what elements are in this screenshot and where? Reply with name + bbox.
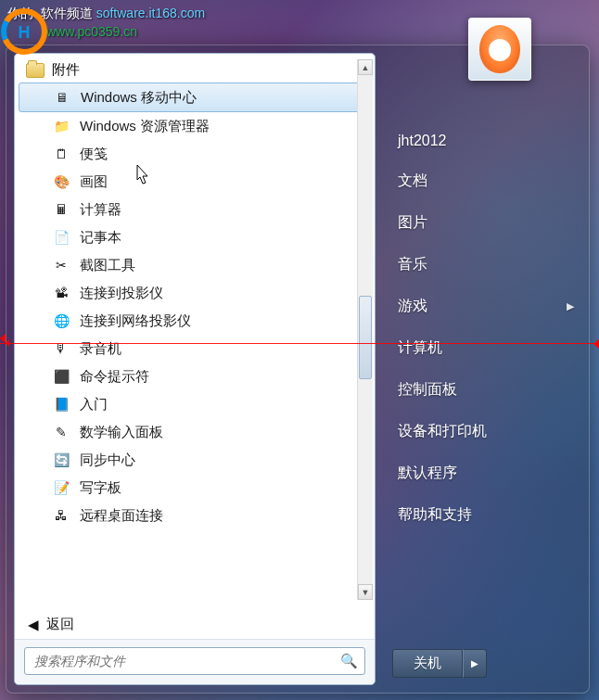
- scroll-thumb[interactable]: [359, 296, 372, 379]
- right-link-label: 游戏: [398, 297, 427, 316]
- right-link[interactable]: 游戏▶: [392, 286, 580, 327]
- program-item-wordpad[interactable]: 📝写字板: [15, 474, 375, 502]
- projector-icon: 📽: [52, 284, 70, 302]
- username-link[interactable]: jht2012: [392, 121, 580, 160]
- annotation-red-arrow-right: [590, 339, 599, 347]
- right-link-label: 控制面板: [398, 380, 457, 400]
- right-link-label: 音乐: [398, 255, 427, 274]
- program-item-mathinput[interactable]: ✎数学输入面板: [15, 418, 375, 446]
- program-item-label: 入门: [80, 396, 108, 414]
- username-label: jht2012: [398, 133, 447, 149]
- right-link[interactable]: 控制面板: [392, 369, 580, 411]
- sticky-icon: 🗒: [52, 145, 70, 163]
- program-item-projector[interactable]: 📽连接到投影仪: [15, 279, 375, 307]
- right-link[interactable]: 设备和打印机: [392, 411, 580, 452]
- notepad-icon: 📄: [52, 228, 70, 247]
- program-item-mobility[interactable]: 🖥Windows 移动中心: [19, 83, 371, 112]
- program-item-label: 记事本: [80, 229, 121, 247]
- program-item-sync[interactable]: 🔄同步中心: [15, 446, 375, 474]
- search-icon: 🔍: [340, 653, 358, 669]
- back-label: 返回: [46, 616, 74, 633]
- program-item-label: Windows 资源管理器: [80, 118, 210, 135]
- search-input[interactable]: [24, 647, 365, 675]
- netprojector-icon: 🌐: [52, 312, 70, 330]
- snip-icon: ✂: [52, 256, 70, 274]
- program-item-label: 计算器: [80, 201, 121, 219]
- program-item-label: 写字板: [80, 479, 121, 497]
- explorer-icon: 📁: [52, 117, 70, 135]
- right-link-label: 图片: [398, 213, 427, 233]
- search-row: 🔍: [15, 639, 375, 684]
- program-item-label: 同步中心: [80, 452, 135, 469]
- cmd-icon: ⬛: [52, 367, 70, 386]
- right-link[interactable]: 帮助和支持: [392, 494, 580, 536]
- right-link-label: 文档: [398, 172, 427, 191]
- right-link[interactable]: 默认程序: [392, 452, 580, 494]
- folder-accessories[interactable]: 附件: [15, 57, 375, 83]
- rdp-icon: 🖧: [52, 506, 70, 525]
- annotation-red-arrow-left: [0, 339, 9, 347]
- mobility-icon: 🖥: [53, 88, 71, 107]
- wordpad-icon: 📝: [52, 478, 70, 497]
- right-link[interactable]: 图片: [392, 202, 580, 244]
- program-item-cmd[interactable]: ⬛命令提示符: [15, 363, 375, 390]
- scroll-up-button[interactable]: ▲: [358, 59, 373, 75]
- start-menu-left-panel: 附件 🖥Windows 移动中心📁Windows 资源管理器🗒便笺🎨画图🖩计算器…: [14, 53, 376, 685]
- right-link-label: 帮助和支持: [398, 505, 472, 525]
- program-list: 附件 🖥Windows 移动中心📁Windows 资源管理器🗒便笺🎨画图🖩计算器…: [15, 54, 375, 605]
- calc-icon: 🖩: [52, 200, 70, 219]
- program-item-label: 远程桌面连接: [80, 507, 163, 525]
- scroll-down-button[interactable]: ▼: [358, 584, 373, 600]
- right-link[interactable]: 音乐: [392, 244, 580, 286]
- right-link[interactable]: 计算机: [392, 327, 580, 369]
- getstarted-icon: 📘: [52, 395, 70, 414]
- back-arrow-icon: ◀: [28, 617, 39, 633]
- program-item-label: 命令提示符: [80, 368, 149, 386]
- folder-label: 附件: [52, 61, 80, 79]
- start-menu-right-panel: jht2012 文档图片音乐游戏▶计算机控制面板设备和打印机默认程序帮助和支持 …: [376, 45, 589, 693]
- program-item-label: 画图: [80, 173, 108, 191]
- program-item-calc[interactable]: 🖩计算器: [15, 196, 375, 223]
- shutdown-options-button[interactable]: ▶: [463, 649, 487, 678]
- right-link-label: 计算机: [398, 338, 442, 358]
- watermark-url2: www.pc0359.cn: [46, 24, 137, 39]
- right-link[interactable]: 文档: [392, 160, 580, 202]
- user-avatar[interactable]: [468, 18, 531, 81]
- scrollbar[interactable]: ▲ ▼: [357, 59, 373, 600]
- program-item-label: Windows 移动中心: [81, 89, 197, 107]
- program-item-snip[interactable]: ✂截图工具: [15, 251, 375, 279]
- recorder-icon: 🎙: [52, 339, 70, 358]
- right-link-label: 默认程序: [398, 464, 457, 483]
- program-item-getstarted[interactable]: 📘入门: [15, 390, 375, 418]
- program-item-label: 数学输入面板: [80, 424, 163, 441]
- program-item-sticky[interactable]: 🗒便笺: [15, 140, 375, 168]
- program-item-label: 连接到网络投影仪: [80, 312, 191, 330]
- program-item-label: 便笺: [80, 146, 108, 163]
- svg-text:H: H: [19, 23, 31, 42]
- program-item-explorer[interactable]: 📁Windows 资源管理器: [15, 112, 375, 140]
- shutdown-button[interactable]: 关机: [392, 649, 463, 678]
- site-logo-icon: H: [0, 7, 48, 56]
- program-item-rdp[interactable]: 🖧远程桌面连接: [15, 502, 375, 529]
- paint-icon: 🎨: [52, 172, 70, 191]
- program-item-label: 连接到投影仪: [80, 285, 163, 302]
- sync-icon: 🔄: [52, 451, 70, 469]
- avatar-image-icon: [479, 25, 520, 73]
- program-item-paint[interactable]: 🎨画图: [15, 168, 375, 196]
- mathinput-icon: ✎: [52, 423, 70, 441]
- right-link-label: 设备和打印机: [398, 422, 487, 441]
- annotation-red-line: [0, 343, 599, 344]
- start-menu: 附件 🖥Windows 移动中心📁Windows 资源管理器🗒便笺🎨画图🖩计算器…: [6, 45, 590, 694]
- program-item-notepad[interactable]: 📄记事本: [15, 223, 375, 251]
- program-item-netprojector[interactable]: 🌐连接到网络投影仪: [15, 307, 375, 335]
- expand-arrow-icon: ▶: [567, 300, 574, 312]
- back-button[interactable]: ◀ 返回: [15, 605, 375, 639]
- program-item-label: 截图工具: [80, 257, 135, 274]
- folder-icon: [26, 63, 45, 78]
- program-item-recorder[interactable]: 🎙录音机: [15, 335, 375, 363]
